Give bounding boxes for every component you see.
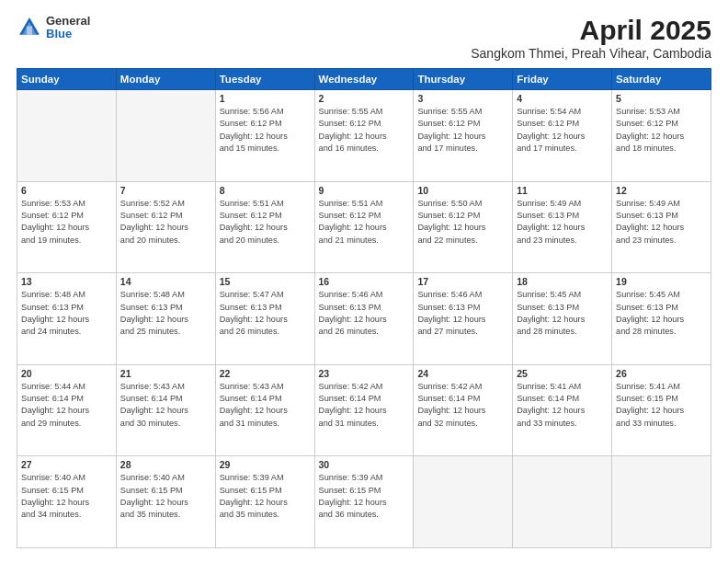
svg-rect-2 xyxy=(27,27,32,35)
day-info: Sunrise: 5:55 AMSunset: 6:12 PMDaylight:… xyxy=(319,106,410,155)
day-info: Sunrise: 5:54 AMSunset: 6:12 PMDaylight:… xyxy=(517,106,608,155)
day-number: 4 xyxy=(517,93,608,104)
day-info: Sunrise: 5:50 AMSunset: 6:12 PMDaylight:… xyxy=(417,198,508,247)
day-info: Sunrise: 5:51 AMSunset: 6:12 PMDaylight:… xyxy=(220,198,311,247)
day-cell: 6Sunrise: 5:53 AMSunset: 6:12 PMDaylight… xyxy=(17,181,117,273)
day-info: Sunrise: 5:40 AMSunset: 6:15 PMDaylight:… xyxy=(120,472,211,521)
day-number: 13 xyxy=(21,276,112,287)
day-cell: 22Sunrise: 5:43 AMSunset: 6:14 PMDayligh… xyxy=(215,364,314,456)
day-cell: 1Sunrise: 5:56 AMSunset: 6:12 PMDaylight… xyxy=(215,90,314,182)
day-number: 23 xyxy=(319,368,410,379)
day-cell: 19Sunrise: 5:45 AMSunset: 6:13 PMDayligh… xyxy=(612,273,711,365)
day-number: 2 xyxy=(319,93,410,104)
day-info: Sunrise: 5:45 AMSunset: 6:13 PMDaylight:… xyxy=(517,289,608,338)
day-cell: 2Sunrise: 5:55 AMSunset: 6:12 PMDaylight… xyxy=(314,90,414,182)
day-cell xyxy=(17,90,117,182)
header: General Blue April 2025 Sangkom Thmei, P… xyxy=(17,15,711,61)
day-cell: 25Sunrise: 5:41 AMSunset: 6:14 PMDayligh… xyxy=(513,364,612,456)
day-cell: 7Sunrise: 5:52 AMSunset: 6:12 PMDaylight… xyxy=(116,181,215,273)
day-cell: 8Sunrise: 5:51 AMSunset: 6:12 PMDaylight… xyxy=(215,181,314,273)
day-cell: 26Sunrise: 5:41 AMSunset: 6:15 PMDayligh… xyxy=(612,364,711,456)
day-cell: 5Sunrise: 5:53 AMSunset: 6:12 PMDaylight… xyxy=(612,90,711,182)
day-info: Sunrise: 5:46 AMSunset: 6:13 PMDaylight:… xyxy=(417,289,508,338)
day-cell: 17Sunrise: 5:46 AMSunset: 6:13 PMDayligh… xyxy=(414,273,513,365)
day-number: 22 xyxy=(220,368,311,379)
day-number: 29 xyxy=(220,459,311,470)
logo-general: General xyxy=(46,15,90,28)
day-info: Sunrise: 5:55 AMSunset: 6:12 PMDaylight:… xyxy=(417,106,508,155)
month-title: April 2025 xyxy=(471,15,711,46)
day-cell: 10Sunrise: 5:50 AMSunset: 6:12 PMDayligh… xyxy=(414,181,513,273)
day-cell xyxy=(513,456,612,548)
calendar: Sunday Monday Tuesday Wednesday Thursday… xyxy=(17,68,711,548)
day-cell: 18Sunrise: 5:45 AMSunset: 6:13 PMDayligh… xyxy=(513,273,612,365)
day-number: 27 xyxy=(21,459,112,470)
subtitle: Sangkom Thmei, Preah Vihear, Cambodia xyxy=(471,46,711,61)
day-info: Sunrise: 5:42 AMSunset: 6:14 PMDaylight:… xyxy=(319,381,410,430)
day-info: Sunrise: 5:56 AMSunset: 6:12 PMDaylight:… xyxy=(220,106,311,155)
week-row-1: 6Sunrise: 5:53 AMSunset: 6:12 PMDaylight… xyxy=(17,181,711,273)
day-info: Sunrise: 5:49 AMSunset: 6:13 PMDaylight:… xyxy=(616,198,707,247)
day-number: 10 xyxy=(417,185,508,196)
day-cell: 13Sunrise: 5:48 AMSunset: 6:13 PMDayligh… xyxy=(17,273,117,365)
day-info: Sunrise: 5:40 AMSunset: 6:15 PMDaylight:… xyxy=(21,472,112,521)
day-info: Sunrise: 5:46 AMSunset: 6:13 PMDaylight:… xyxy=(319,289,410,338)
day-number: 12 xyxy=(616,185,707,196)
day-number: 6 xyxy=(21,185,112,196)
col-tuesday: Tuesday xyxy=(215,69,314,90)
day-cell xyxy=(116,90,215,182)
day-number: 25 xyxy=(517,368,608,379)
day-info: Sunrise: 5:48 AMSunset: 6:13 PMDaylight:… xyxy=(120,289,211,338)
day-number: 16 xyxy=(319,276,410,287)
day-cell xyxy=(612,456,711,548)
day-info: Sunrise: 5:44 AMSunset: 6:14 PMDaylight:… xyxy=(21,381,112,430)
day-cell: 21Sunrise: 5:43 AMSunset: 6:14 PMDayligh… xyxy=(116,364,215,456)
day-info: Sunrise: 5:43 AMSunset: 6:14 PMDaylight:… xyxy=(120,381,211,430)
day-cell: 24Sunrise: 5:42 AMSunset: 6:14 PMDayligh… xyxy=(414,364,513,456)
day-info: Sunrise: 5:51 AMSunset: 6:12 PMDaylight:… xyxy=(319,198,410,247)
logo: General Blue xyxy=(17,15,90,41)
day-number: 24 xyxy=(417,368,508,379)
day-info: Sunrise: 5:53 AMSunset: 6:12 PMDaylight:… xyxy=(21,198,112,247)
day-info: Sunrise: 5:47 AMSunset: 6:13 PMDaylight:… xyxy=(220,289,311,338)
day-info: Sunrise: 5:49 AMSunset: 6:13 PMDaylight:… xyxy=(517,198,608,247)
week-row-3: 20Sunrise: 5:44 AMSunset: 6:14 PMDayligh… xyxy=(17,364,711,456)
title-block: April 2025 Sangkom Thmei, Preah Vihear, … xyxy=(471,15,711,61)
col-saturday: Saturday xyxy=(612,69,711,90)
logo-text: General Blue xyxy=(46,15,90,41)
header-row: Sunday Monday Tuesday Wednesday Thursday… xyxy=(17,69,711,90)
day-number: 8 xyxy=(220,185,311,196)
col-sunday: Sunday xyxy=(17,69,117,90)
day-cell: 3Sunrise: 5:55 AMSunset: 6:12 PMDaylight… xyxy=(414,90,513,182)
week-row-4: 27Sunrise: 5:40 AMSunset: 6:15 PMDayligh… xyxy=(17,456,711,548)
day-number: 14 xyxy=(120,276,211,287)
day-info: Sunrise: 5:41 AMSunset: 6:15 PMDaylight:… xyxy=(616,381,707,430)
day-info: Sunrise: 5:42 AMSunset: 6:14 PMDaylight:… xyxy=(417,381,508,430)
day-number: 26 xyxy=(616,368,707,379)
day-number: 19 xyxy=(616,276,707,287)
day-number: 3 xyxy=(417,93,508,104)
day-number: 28 xyxy=(120,459,211,470)
day-info: Sunrise: 5:45 AMSunset: 6:13 PMDaylight:… xyxy=(616,289,707,338)
day-info: Sunrise: 5:41 AMSunset: 6:14 PMDaylight:… xyxy=(517,381,608,430)
day-info: Sunrise: 5:43 AMSunset: 6:14 PMDaylight:… xyxy=(220,381,311,430)
day-cell xyxy=(414,456,513,548)
day-number: 9 xyxy=(319,185,410,196)
day-info: Sunrise: 5:39 AMSunset: 6:15 PMDaylight:… xyxy=(319,472,410,521)
day-info: Sunrise: 5:39 AMSunset: 6:15 PMDaylight:… xyxy=(220,472,311,521)
day-cell: 23Sunrise: 5:42 AMSunset: 6:14 PMDayligh… xyxy=(314,364,414,456)
day-info: Sunrise: 5:48 AMSunset: 6:13 PMDaylight:… xyxy=(21,289,112,338)
col-monday: Monday xyxy=(116,69,215,90)
day-cell: 30Sunrise: 5:39 AMSunset: 6:15 PMDayligh… xyxy=(314,456,414,548)
day-cell: 4Sunrise: 5:54 AMSunset: 6:12 PMDaylight… xyxy=(513,90,612,182)
day-cell: 29Sunrise: 5:39 AMSunset: 6:15 PMDayligh… xyxy=(215,456,314,548)
col-wednesday: Wednesday xyxy=(314,69,414,90)
day-cell: 14Sunrise: 5:48 AMSunset: 6:13 PMDayligh… xyxy=(116,273,215,365)
day-cell: 15Sunrise: 5:47 AMSunset: 6:13 PMDayligh… xyxy=(215,273,314,365)
day-number: 7 xyxy=(120,185,211,196)
col-friday: Friday xyxy=(513,69,612,90)
day-number: 1 xyxy=(220,93,311,104)
day-number: 11 xyxy=(517,185,608,196)
day-cell: 11Sunrise: 5:49 AMSunset: 6:13 PMDayligh… xyxy=(513,181,612,273)
day-number: 21 xyxy=(120,368,211,379)
